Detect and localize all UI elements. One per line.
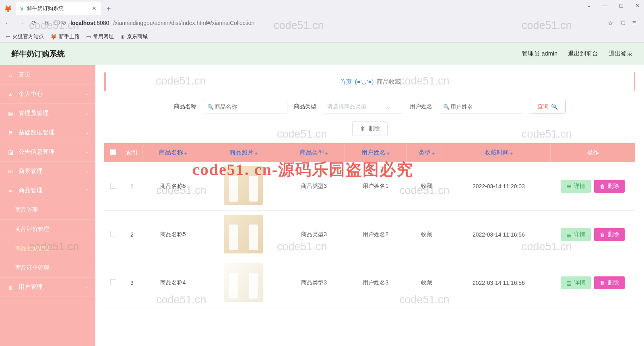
breadcrumb-face-icon: (●'◡'●) (355, 78, 374, 85)
row-checkbox[interactable] (110, 279, 116, 285)
cell-type: 商品类型3 (283, 210, 345, 259)
app-header: 鲜牛奶订购系统 管理员 admin 退出到前台 退出登录 (0, 43, 644, 65)
sidebar-sub-product-order[interactable]: 商品订单管理 (0, 258, 95, 278)
maximize-icon[interactable]: ◻ (617, 2, 625, 8)
input-product-name[interactable]: 🔍 (203, 100, 287, 113)
url-field[interactable]: ⛨ ⓘ ⊘ localhost:8080/xiannaidinggou/admi… (41, 19, 600, 27)
sort-icon: ◆ (184, 151, 187, 155)
delete-row-button[interactable]: 🗑删除 (594, 180, 625, 193)
doc-icon: ▤ (566, 280, 572, 286)
folder-icon: ▭ (86, 34, 91, 40)
close-window-icon[interactable]: ✕ (634, 2, 641, 8)
table-row: 1商品名称5商品类型3用户姓名1收藏2022-03-14 11:20:03▤详情… (104, 162, 635, 210)
close-tab-icon[interactable]: ✕ (92, 5, 97, 12)
sidebar-item-user[interactable]: ▮用户管理⌄ (0, 278, 95, 297)
col-type[interactable]: 商品类型◆ (283, 143, 345, 162)
mail-icon: ✉ (7, 168, 14, 175)
cell-photo (204, 210, 283, 259)
folder-icon: ▭ (6, 34, 10, 40)
cell-type: 商品类型3 (283, 162, 345, 210)
firefox-icon: 🦊 (50, 34, 57, 40)
bookmarks-bar: ▭火狐官方站点 🦊新手上路 ▭常用网址 ⊕京东商城 (0, 31, 644, 43)
row-checkbox[interactable] (110, 231, 116, 237)
cell-time: 2022-03-14 11:16:56 (447, 210, 550, 259)
cell-name: 商品名称5 (142, 162, 204, 210)
sidebar-sub-product-review[interactable]: 商品评价管理 (0, 220, 95, 239)
sidebar-item-admin[interactable]: ▦管理员管理⌄ (0, 104, 95, 123)
new-tab-button[interactable]: ＋ (103, 3, 114, 14)
detail-button[interactable]: ▤详情 (561, 276, 591, 289)
cell-kind: 收藏 (407, 210, 447, 259)
current-user[interactable]: 管理员 admin (522, 50, 557, 58)
col-name[interactable]: 商品名称◆ (142, 143, 204, 162)
reload-icon[interactable]: ⟳ (31, 19, 37, 27)
detail-button[interactable]: ▤详情 (561, 180, 591, 193)
bookmark-item[interactable]: ⊕京东商城 (120, 33, 148, 40)
sidebar-item-merchant[interactable]: ✉商家管理⌄ (0, 162, 95, 181)
batch-delete-button[interactable]: 🗑删除 (352, 122, 388, 136)
trash-icon: 🗑 (600, 232, 605, 238)
cell-photo (204, 259, 283, 307)
product-image (224, 166, 263, 205)
table-row: 2商品名称5商品类型3用户姓名2收藏2022-03-14 11:16:56▤详情… (104, 210, 635, 259)
url-path: /xiannaidinggou/admin/dist/index.html#/x… (113, 20, 254, 26)
chevron-down-icon: ⌄ (85, 111, 89, 116)
query-button[interactable]: 查询🔍 (530, 100, 566, 113)
select-product-type[interactable]: 请选择商品类型⌄ (323, 100, 403, 113)
firefox-logo-icon: 🦊 (2, 3, 14, 14)
logout-link[interactable]: 退出登录 (609, 50, 633, 58)
label-user-name: 用户姓名 (410, 103, 432, 110)
bookmark-item[interactable]: 🦊新手上路 (50, 33, 80, 40)
dropdown-icon[interactable]: ⌄ (585, 2, 592, 8)
bookmark-item[interactable]: ▭常用网址 (86, 33, 114, 40)
sidebar-item-home[interactable]: ⌂首页 (0, 65, 95, 84)
delete-row-button[interactable]: 🗑删除 (594, 276, 625, 289)
detail-button[interactable]: ▤详情 (561, 228, 591, 241)
row-checkbox[interactable] (110, 183, 116, 189)
sidebar-item-profile[interactable]: ▲个人中心⌄ (0, 84, 95, 104)
sidebar-item-basedata[interactable]: ⚑基础数据管理⌄ (0, 123, 95, 142)
sidebar-item-notice[interactable]: ◪公告信息管理⌄ (0, 142, 95, 162)
sort-icon: ◆ (325, 151, 328, 155)
sidebar-sub-product-collection[interactable]: 商品收藏管理 (0, 239, 95, 258)
extensions-icon[interactable]: ⧉ (621, 19, 625, 27)
col-photo[interactable]: 商品照片◆ (204, 143, 283, 162)
app-title: 鲜牛奶订购系统 (11, 49, 65, 59)
sort-icon: ◆ (432, 151, 435, 155)
cell-name: 商品名称5 (142, 210, 204, 259)
dot-icon: ● (7, 187, 14, 194)
search-icon: 🔍 (551, 103, 558, 110)
bookmark-item[interactable]: ▭火狐官方站点 (6, 33, 44, 40)
user-name-field[interactable] (443, 104, 511, 110)
sidebar-sub-product-manage[interactable]: 商品管理 (0, 200, 95, 220)
sidebar-item-product[interactable]: ●商品管理⌃ (0, 181, 95, 200)
chevron-down-icon: ⌄ (85, 169, 89, 174)
col-time[interactable]: 收藏时间◆ (447, 143, 550, 162)
batch-action-bar: 🗑删除 (104, 122, 635, 136)
minimize-icon[interactable]: — (601, 2, 609, 8)
browser-tab[interactable]: V 鲜牛奶订购系统 ✕ (16, 2, 101, 15)
product-name-field[interactable] (207, 104, 275, 110)
bookmark-star-icon[interactable]: ☆ (608, 19, 613, 27)
trash-icon: 🗑 (600, 183, 605, 189)
back-icon[interactable]: ← (5, 19, 11, 27)
input-user-name[interactable]: 🔍 (439, 100, 523, 113)
trash-icon: 🗑 (360, 126, 365, 132)
forward-icon[interactable]: → (18, 19, 24, 27)
sort-icon: ◆ (510, 151, 513, 155)
url-host: localhost:8080 (70, 20, 109, 26)
col-kind[interactable]: 类型◆ (407, 143, 447, 162)
url-bar: ← → ⟳ ⛨ ⓘ ⊘ localhost:8080/xiannaidinggo… (0, 15, 644, 31)
breadcrumb-home[interactable]: 首页 (340, 78, 352, 86)
chevron-up-icon: ⌃ (85, 188, 89, 193)
select-all-checkbox[interactable] (110, 149, 116, 155)
cell-kind: 收藏 (407, 259, 447, 307)
tab-title: 鲜牛奶订购系统 (27, 5, 64, 12)
delete-row-button[interactable]: 🗑删除 (594, 228, 625, 241)
url-right-icons: ☆ ⧉ ≡ (605, 19, 639, 27)
menu-icon[interactable]: ≡ (632, 19, 636, 27)
search-form: 商品名称 🔍 商品类型 请选择商品类型⌄ 用户姓名 🔍 查询🔍 (104, 100, 635, 113)
col-user[interactable]: 用户姓名◆ (345, 143, 407, 162)
col-actions: 操作 (551, 143, 635, 162)
to-frontend-link[interactable]: 退出到前台 (568, 50, 598, 58)
